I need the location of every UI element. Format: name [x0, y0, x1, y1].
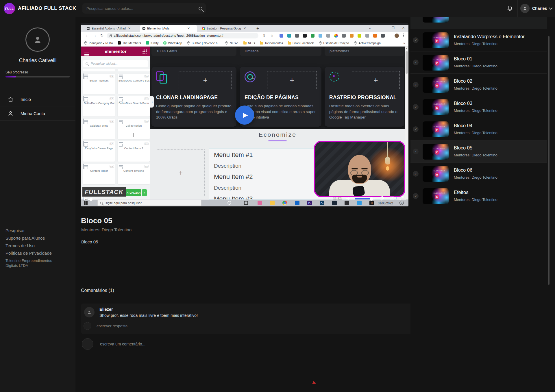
feature-cards-row: + CLONAR LANDINGPAGE Clone qualquer pági… — [151, 67, 404, 127]
thumbnail-brand-text: ELEMENTOR — [434, 125, 445, 127]
brand-logo[interactable]: FULL — [4, 3, 15, 14]
taskbar-app-icon — [295, 201, 299, 205]
light-bulb-decor — [386, 166, 389, 171]
pip-icon[interactable] — [389, 196, 395, 201]
widget-card: EA Caldera Forms — [83, 119, 115, 139]
playlist-item-title: Bloco 06 — [454, 167, 472, 173]
playlist-row[interactable]: ✓ ELEMENTOR E Bloco 03 Mentores: Diego T… — [410, 96, 547, 118]
playlist-row[interactable]: ✓ ELEMENTOR E Bloco 06 Mentores: Diego T… — [410, 163, 547, 185]
feature-card-title: CLONAR LANDINGPAGE — [156, 95, 218, 101]
volume-slider[interactable] — [355, 198, 375, 199]
widget-card: EA BetterDocs Search Form — [118, 96, 150, 117]
bookmark-label: ActiveCampaign — [358, 41, 380, 45]
settings-gear-icon[interactable] — [379, 196, 384, 201]
extension-icon — [311, 34, 314, 38]
widget-icon — [118, 164, 118, 169]
play-button[interactable]: ▶ — [84, 195, 87, 201]
widget-label: Caldera Forms — [83, 124, 115, 127]
playlist-row[interactable]: ✓ ELEMENTOR E Bloco 02 Mentores: Diego T… — [410, 74, 547, 96]
brand-title[interactable]: AFILIADO FULL STACK — [18, 5, 76, 11]
ea-badge: EA — [110, 120, 114, 123]
thumbnail-brand-text: ELEMENTOR — [434, 81, 445, 83]
footer-link[interactable]: Termos de Uso — [5, 243, 52, 248]
browser-profile-icon — [395, 34, 399, 38]
volume-icon[interactable] — [346, 196, 351, 201]
search-icon[interactable] — [199, 7, 202, 10]
forward-icon: → — [93, 33, 97, 38]
sidebar-item-label: Início — [21, 97, 31, 102]
completed-check-icon[interactable]: ✓ — [413, 60, 419, 65]
playlist-row[interactable]: ✓ ELEMENTOR E Bloco 04 Mentores: Diego T… — [410, 118, 547, 140]
completed-check-icon[interactable]: ✓ — [413, 193, 419, 199]
progress-knob[interactable] — [89, 198, 92, 201]
video-player[interactable]: Essential Addons ‹ Afiliado Full S ✕ Ele… — [81, 23, 408, 206]
app-root: FULL AFILIADO FULL STACK Charles Charles… — [0, 0, 555, 392]
completed-check-icon[interactable]: ✓ — [413, 37, 419, 43]
volume-knob[interactable] — [370, 197, 373, 201]
new-tab-icon: + — [256, 26, 259, 31]
ea-badge: EA — [110, 165, 114, 168]
bookmark-item: NFS-e — [225, 41, 238, 45]
bookmarks-bar: Planejado - To Do The Members Kiwify Wha… — [81, 40, 408, 47]
footer-link[interactable]: Políticas de Privacidade — [5, 251, 52, 256]
widget-card: EA BetterDocs Category Box — [118, 74, 150, 94]
completed-check-icon[interactable]: ✓ — [413, 82, 419, 88]
fullscreen-icon[interactable] — [399, 196, 404, 201]
bookmark-item: ActiveCampaign — [354, 41, 380, 45]
widget-card: EA Better Payment — [83, 74, 115, 94]
playlist-row[interactable]: ✓ ELEMENTOR E Instalando Worpress e Elem… — [410, 29, 547, 51]
dropzone-dashed-box: + — [352, 71, 400, 89]
playlist-row[interactable]: ✓ ELEMENTOR E Bloco 01 Mentores: Diego T… — [410, 51, 547, 74]
notifications-bell-icon[interactable] — [507, 5, 513, 12]
browser-tab-active: Elementor | Aula ✕ — [140, 25, 197, 32]
window-close-icon: ✕ — [402, 26, 405, 30]
sidebar-item-inicio[interactable]: Início — [0, 92, 75, 106]
taskbar-date: 01/05/2022 — [378, 201, 393, 205]
webcam-overlay — [314, 141, 405, 197]
feature-card-icon — [329, 71, 341, 83]
user-name: Charles — [532, 6, 547, 11]
playlist-row[interactable]: ✓ ELEMENTOR E Bloco 05 Mentores: Diego T… — [410, 140, 547, 163]
widget-label: Content Ticker — [83, 169, 115, 172]
taskbar-app-icon — [258, 201, 262, 205]
bookmark-label: Kiwify — [151, 41, 158, 45]
completed-check-icon[interactable]: ✓ — [413, 126, 419, 132]
red-annotation-mark — [312, 381, 317, 385]
search-input[interactable] — [86, 6, 199, 11]
feature-card-icon — [156, 71, 168, 83]
completed-check-icon[interactable]: ✓ — [413, 104, 419, 110]
widget-search-input — [90, 62, 145, 66]
progress-label: Seu progresso — [5, 70, 28, 74]
widget-card: EA Contact Form 7 — [118, 141, 150, 162]
bookmark-star-icon: ☆ — [270, 33, 274, 38]
url-field: afiliadofullstack.com.br/wp-admin/post.p… — [107, 33, 258, 38]
sidebar-item-minha-conta[interactable]: Minha Conta — [0, 106, 75, 120]
footer-link[interactable]: Suporte para Alunos — [5, 236, 52, 241]
sidebar-divider — [0, 223, 75, 223]
footer-link[interactable]: Pesquisar — [5, 228, 52, 233]
feature-card-description: Edite suas páginas de vendas clonadas de… — [245, 103, 317, 120]
presenter-head — [348, 155, 371, 184]
reply-avatar — [84, 322, 91, 330]
completed-check-icon[interactable]: ✓ — [413, 171, 419, 177]
playlist-item-title: Bloco 02 — [454, 78, 472, 84]
completed-check-icon[interactable]: ✓ — [413, 149, 419, 154]
thumbnail-brand-text: ELEMENTOR — [434, 148, 445, 149]
lesson-thumbnail: ELEMENTOR E — [423, 188, 449, 204]
user-icon — [8, 110, 14, 117]
playlist-item-mentors: Mentores: Diego Tolentino — [454, 175, 497, 180]
rope-knot-decor — [385, 157, 390, 164]
playlist-row[interactable]: ✓ ELEMENTOR E Efeitos Mentores: Diego To… — [410, 185, 547, 207]
widgets-grid-icon — [143, 49, 147, 53]
back-icon: ← — [85, 33, 89, 38]
big-play-button[interactable]: ▶ — [235, 106, 254, 125]
user-menu[interactable]: Charles — [520, 4, 552, 13]
widget-card-partial — [83, 69, 115, 71]
feature-card: + CLONAR LANDINGPAGE Clone qualquer pági… — [151, 67, 236, 127]
site-favicon-icon — [142, 27, 145, 30]
playlist-scrollbar-thumb[interactable] — [548, 36, 550, 285]
bookmark-icon — [354, 41, 357, 45]
bookmark-label: Bubble | No-code a... — [192, 41, 220, 45]
lesson-thumbnail: ELEMENTOR E — [423, 121, 449, 137]
lesson-mentors: Mentores: Diego Tolentino — [81, 227, 132, 232]
